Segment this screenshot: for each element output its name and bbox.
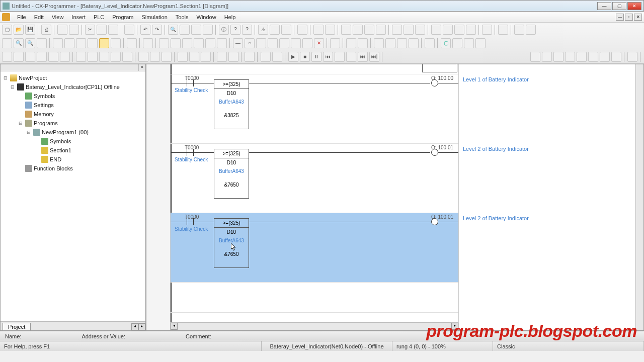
paste-icon[interactable] <box>108 25 118 35</box>
tb3-q[interactable] <box>201 52 211 62</box>
maximize-button[interactable]: ▢ <box>612 2 626 10</box>
ld-contactc-icon[interactable] <box>182 38 192 48</box>
tb3-c[interactable] <box>25 52 35 62</box>
tb2-j[interactable] <box>425 38 435 48</box>
play-icon[interactable]: ▶ <box>288 52 298 62</box>
ld-coil-icon[interactable]: ○ <box>245 38 255 48</box>
tb3-l[interactable] <box>138 52 148 62</box>
ld-horiz-icon[interactable]: — <box>233 38 243 48</box>
tb-c[interactable] <box>180 25 190 35</box>
tb3-aa[interactable] <box>577 52 587 62</box>
tree-newprogram[interactable]: ⊟NewProgram1 (00) <box>3 128 143 137</box>
tb2-b[interactable] <box>143 38 153 48</box>
tb2-c[interactable] <box>330 38 340 48</box>
compare-block[interactable]: >=(325) D10 BufferA643 &7650 <box>214 149 249 199</box>
tree-plc[interactable]: ⊟Bateray_Level_Indicator[CP1L] Offline <box>3 82 143 92</box>
open-icon[interactable]: 📂 <box>14 25 24 35</box>
stop-icon[interactable]: ■ <box>300 52 310 62</box>
ld-del-icon[interactable] <box>291 38 301 48</box>
menu-insert[interactable]: Insert <box>67 14 90 20</box>
ld-contactn-icon[interactable] <box>205 38 215 48</box>
minimize-button[interactable]: — <box>597 2 611 10</box>
redo-icon[interactable]: ↷ <box>152 25 162 35</box>
tree-programs[interactable]: ⊟Programs <box>3 119 143 128</box>
mdi-restore[interactable]: ▫ <box>625 14 633 21</box>
tb3-z[interactable] <box>565 52 575 62</box>
tb3-e[interactable] <box>48 52 58 62</box>
undo-icon[interactable]: ↶ <box>140 25 150 35</box>
tb3-ae[interactable] <box>627 52 637 62</box>
tb-d[interactable] <box>191 25 201 35</box>
sidebar-scroll-left[interactable]: ◂ <box>131 323 138 330</box>
zoom-cursor-icon[interactable] <box>2 38 12 48</box>
step-fwd-icon[interactable]: ⏭ <box>358 52 368 62</box>
ld-coiln-icon[interactable] <box>256 38 266 48</box>
tb-r[interactable] <box>431 25 441 35</box>
tb2-d[interactable] <box>346 38 356 48</box>
tb-j[interactable] <box>325 25 335 35</box>
menu-plc[interactable]: PLC <box>90 14 108 20</box>
step-back-icon[interactable]: ⏮ <box>323 52 333 62</box>
tb3-r[interactable] <box>217 52 227 62</box>
save-icon[interactable]: 💾 <box>25 25 35 35</box>
editor-hscroll[interactable]: ◂ ▸ <box>171 322 458 330</box>
menu-edit[interactable]: Edit <box>30 14 48 20</box>
tb3-p[interactable] <box>189 52 199 62</box>
sidebar-scroll-right[interactable]: ▸ <box>138 323 145 330</box>
tb3-o[interactable] <box>178 52 188 62</box>
whatsthis-icon[interactable]: ? <box>242 25 252 35</box>
print-icon[interactable]: 🖨 <box>41 25 51 35</box>
tb-m[interactable] <box>364 25 374 35</box>
sidebar-tab-project[interactable]: Project <box>3 323 31 330</box>
contact[interactable] <box>183 149 198 156</box>
tb-u[interactable] <box>466 25 476 35</box>
pause-icon[interactable]: ⏸ <box>311 52 321 62</box>
contact[interactable] <box>183 79 198 86</box>
tb3-ac[interactable] <box>600 52 610 62</box>
tb3-u[interactable] <box>261 52 271 62</box>
step-end-icon[interactable]: ⏭| <box>369 52 379 62</box>
ld-vert-icon[interactable] <box>217 38 227 48</box>
tb-l[interactable] <box>353 25 363 35</box>
tb3-s[interactable] <box>228 52 238 62</box>
cut-icon[interactable]: ✂ <box>85 25 95 35</box>
tb3-ab[interactable] <box>588 52 598 62</box>
tb3-f[interactable] <box>60 52 70 62</box>
hscroll-left[interactable]: ◂ <box>171 323 178 330</box>
tb-g[interactable] <box>281 25 291 35</box>
tb3-w[interactable] <box>530 52 540 62</box>
tb-w[interactable] <box>498 25 508 35</box>
compare-block[interactable]: >=(325) D10 BufferA643 &3825 <box>214 79 249 129</box>
output-coil[interactable] <box>431 149 438 156</box>
zoom-in-icon[interactable]: 🔍 <box>14 38 24 48</box>
tree-section[interactable]: Section1 <box>3 146 143 155</box>
find-icon[interactable]: 🔍 <box>168 25 178 35</box>
ld-contactp-icon[interactable] <box>194 38 204 48</box>
tb-i[interactable] <box>313 25 324 35</box>
tb3-ad[interactable] <box>611 52 621 62</box>
sidebar-close-icon[interactable]: × <box>138 64 145 71</box>
tb3-y[interactable] <box>553 52 564 62</box>
tb3-j[interactable] <box>111 52 121 62</box>
tb3-g[interactable] <box>76 52 86 62</box>
ld-func-icon[interactable] <box>268 38 278 48</box>
ld-line-icon[interactable] <box>302 38 312 48</box>
output-coil[interactable] <box>431 218 438 225</box>
grid2-icon[interactable] <box>64 38 74 48</box>
tree-symbols2[interactable]: Symbols <box>3 137 143 146</box>
new-icon[interactable]: ▢ <box>2 25 12 35</box>
tb3-k[interactable] <box>122 52 132 62</box>
preview-icon[interactable] <box>57 25 67 35</box>
tb-a[interactable] <box>69 25 79 35</box>
output-coil[interactable] <box>431 79 438 86</box>
editor-vscroll[interactable] <box>635 64 643 330</box>
menu-simulation[interactable]: Simulation <box>137 14 171 20</box>
grid1-icon[interactable] <box>53 38 63 48</box>
tb-e[interactable] <box>203 25 213 35</box>
tb2-a[interactable] <box>127 38 137 48</box>
menu-file[interactable]: File <box>13 14 30 20</box>
copy-icon[interactable] <box>97 25 107 35</box>
close-button[interactable]: ✕ <box>627 2 641 10</box>
tree-end[interactable]: END <box>3 155 143 164</box>
tb3-m[interactable] <box>150 52 160 62</box>
